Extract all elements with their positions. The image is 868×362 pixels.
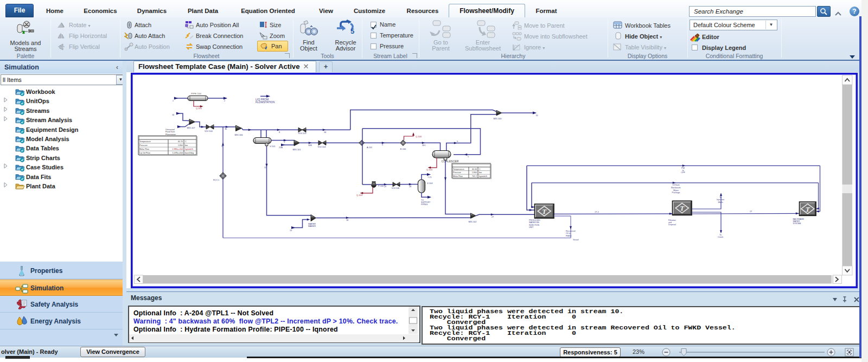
svg-text:Creek: Creek [718,236,723,238]
svg-text:VLV-104: VLV-104 [317,145,326,148]
svg-text:1.800: 1.800 [178,144,183,147]
svg-text:Temperature: Temperature [139,141,151,143]
svg-text:MIX-101: MIX-101 [292,148,301,151]
svg-text:40.06: 40.06 [472,168,477,170]
svg-text:barrel/day: barrel/day [185,152,194,154]
svg-text:19: 19 [290,230,292,232]
svg-text:MIX-102: MIX-102 [468,220,477,223]
svg-text:27: 27 [492,216,494,218]
svg-text:Data Tables: Data Tables [26,145,59,151]
svg-text:Pressure: Pressure [139,144,148,147]
svg-text:Workbook: Workbook [26,88,55,95]
svg-text:Case Studies: Case Studies [26,164,63,170]
svg-text:T: T [680,204,685,212]
svg-text:Backwash: Backwash [671,187,680,189]
svg-text:Streams: Streams [26,107,49,114]
svg-text:kgmole/h: kgmole/h [185,148,193,150]
svg-text:36: 36 [225,128,227,130]
svg-text:6: 6 [382,144,383,146]
svg-text:Model Analysis: Model Analysis [26,136,69,142]
svg-text:7: 7 [284,142,285,144]
svg-text:Wells: Wells [718,201,723,204]
svg-text:30B: 30B [308,144,312,147]
svg-text:VLV-103: VLV-103 [298,132,307,135]
svg-text:COALESCER: COALESCER [442,160,459,163]
svg-text:Oil from: Oil from [672,184,679,186]
svg-text:PIPE-100: PIPE-100 [191,92,201,95]
svg-text:CPF: CPF [681,172,685,174]
svg-text:VLV-106: VLV-106 [392,187,399,189]
svg-text:10: 10 [536,115,538,117]
svg-text:9: 9 [457,141,458,143]
svg-text:UnitOps: UnitOps [26,98,49,104]
svg-text:29: 29 [384,186,386,188]
svg-text:RCY-1: RCY-1 [213,179,219,181]
svg-text:28: 28 [409,186,411,188]
svg-text:bar: bar [185,144,188,147]
svg-text:2: 2 [224,100,225,102]
svg-text:1.078e+004: 1.078e+004 [172,152,183,154]
svg-text:V-101: V-101 [270,145,276,148]
svg-text:UNIT: UNIT [529,226,534,228]
svg-text:C: C [479,168,481,170]
svg-text:A-101: A-101 [367,147,372,149]
svg-text:5: 5 [350,27,354,35]
svg-text:742.2: 742.2 [472,175,477,177]
svg-text:T-21: T-21 [427,176,432,179]
svg-text:E-100: E-100 [400,148,406,150]
svg-text:Disposal: Disposal [668,224,676,226]
svg-text:bar: bar [479,172,482,174]
svg-text:5: 5 [468,156,469,158]
svg-text:T: T [542,207,547,215]
svg-text:16: 16 [172,114,174,116]
svg-text:11: 11 [264,167,266,169]
svg-text:P-100: P-100 [378,185,384,187]
svg-text:Stream Analysis: Stream Analysis [26,117,72,123]
svg-text:1: 1 [173,100,174,102]
svg-text:Pressure: Pressure [453,172,461,174]
svg-text:27: 27 [750,211,752,213]
svg-text:8: 8 [279,131,280,134]
svg-text:VLV-100: VLV-100 [205,130,213,132]
svg-text:Temperature: Temperature [453,168,464,170]
svg-text:Strip Charts: Strip Charts [26,155,60,161]
svg-text:34: 34 [324,131,326,134]
svg-text:Q-101: Q-101 [196,107,202,110]
svg-text:V-104: V-104 [427,182,433,185]
svg-text:MAKER: MAKER [308,225,316,227]
svg-text:FWKD: FWKD [566,235,572,237]
svg-text:Flowstation: Flowstation [165,134,176,136]
svg-text:Q-103: Q-103 [356,194,363,196]
svg-text:40.70: 40.70 [178,141,183,143]
svg-text:MIX-100: MIX-100 [493,117,502,120]
svg-text:Data Fits: Data Fits [26,174,51,180]
svg-text:Q-100: Q-100 [416,135,422,138]
svg-text:Q-102: Q-102 [426,168,433,171]
svg-text:Package: Package [672,192,680,194]
svg-text:25A: 25A [279,147,283,149]
svg-text:MIX-106: MIX-106 [234,134,243,136]
svg-text:18: 18 [346,219,348,221]
svg-text:3: 3 [221,145,222,148]
svg-text:T: T [806,205,810,213]
svg-text:Vessel: Vessel [573,239,579,241]
svg-text:Water: Water [673,189,679,192]
svg-text:Molar Flow: Molar Flow [139,148,149,150]
svg-text:MIX-107: MIX-107 [187,126,195,129]
svg-text:kgmole/h: kgmole/h [479,175,487,177]
svg-text:Plant Data: Plant Data [26,183,56,189]
svg-text:Liq Vol Flow: Liq Vol Flow [139,152,150,154]
svg-text:Molar Flow: Molar Flow [453,175,463,177]
svg-text:1.800: 1.800 [472,172,477,174]
svg-text:PIPING: PIPING [421,204,427,206]
svg-text:Equipment Design: Equipment Design [26,126,79,133]
svg-text:30C: 30C [422,144,426,147]
svg-text:27-2: 27-2 [595,211,599,213]
svg-text:SYSTEM: SYSTEM [793,223,801,225]
svg-text:C: C [185,141,187,143]
svg-text:FLOWSTATION: FLOWSTATION [256,100,275,104]
svg-text:1.986e+004: 1.986e+004 [172,148,183,150]
